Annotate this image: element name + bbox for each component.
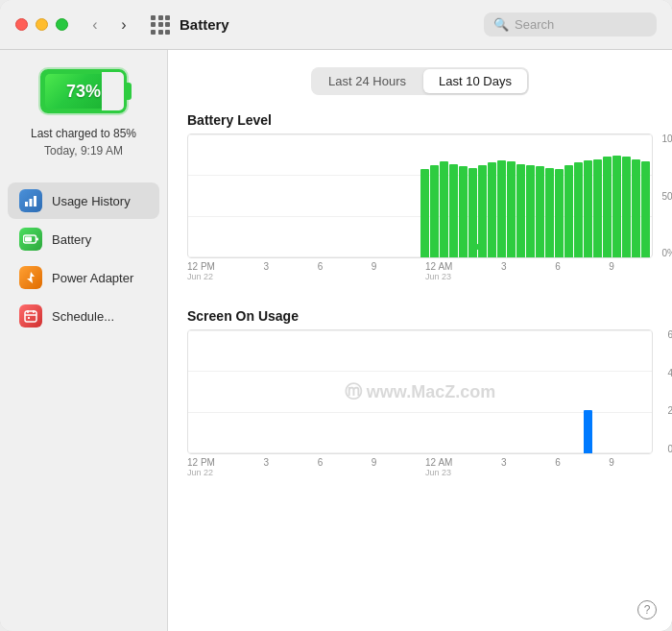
x2-label-3b: 3 — [501, 457, 507, 477]
charged-date: Today, 9:19 AM — [31, 142, 136, 159]
help-button[interactable]: ? — [637, 600, 657, 619]
x2-label-9a: 9 — [372, 457, 377, 477]
battery-bar — [555, 169, 564, 257]
x-sub-jun22: Jun 22 — [187, 272, 213, 281]
search-input[interactable] — [515, 17, 639, 32]
sidebar-item-schedule[interactable]: Schedule... — [8, 298, 159, 334]
main-window: ‹ › Battery 🔍 73% — [0, 0, 672, 631]
screen-x-labels: 12 PM Jun 22 3 6 9 12 AM Jun 23 3 6 9 — [187, 457, 653, 477]
main-content: 73% Last charged to 85% Today, 9:19 AM — [0, 50, 672, 631]
screen-on-section: Screen On Usage ⓜ www.MacZ.com — [187, 308, 653, 477]
sidebar-item-battery[interactable]: Battery — [8, 221, 159, 257]
zoom-button[interactable] — [56, 18, 68, 31]
tab-last-10-days[interactable]: Last 10 Days — [423, 69, 527, 93]
tab-last-24-hours[interactable]: Last 24 Hours — [313, 69, 421, 93]
close-button[interactable] — [15, 18, 28, 31]
x2-label-12pm: 12 PM — [187, 457, 215, 468]
battery-bar — [430, 165, 439, 257]
y-label-40m: 40m — [668, 368, 672, 378]
battery-bar — [488, 162, 496, 257]
x-label-6a: 6 — [318, 261, 324, 281]
sidebar-item-usage-history[interactable]: Usage History — [8, 182, 159, 219]
traffic-lights — [15, 18, 68, 31]
battery-level-chart-wrapper: 100% 50% 0% — [187, 133, 653, 258]
x2-label-12am: 12 AM — [425, 457, 452, 468]
nav-buttons: ‹ › — [84, 13, 135, 36]
x2-label-6b: 6 — [555, 457, 561, 477]
forward-button[interactable]: › — [112, 13, 135, 36]
x-sub-jun23: Jun 23 — [425, 272, 451, 281]
screen-on-title: Screen On Usage — [187, 308, 653, 324]
x2-label-3a: 3 — [264, 457, 270, 477]
battery-icon: 73% — [40, 69, 127, 113]
minimize-button[interactable] — [36, 18, 48, 31]
power-adapter-label: Power Adapter — [52, 271, 133, 285]
power-adapter-icon — [19, 266, 42, 289]
battery-bar — [574, 162, 583, 257]
sidebar: 73% Last charged to 85% Today, 9:19 AM — [0, 50, 168, 631]
battery-percentage: 73% — [66, 82, 101, 102]
svg-rect-7 — [25, 311, 36, 322]
search-icon: 🔍 — [493, 17, 509, 32]
x2-label-6a: 6 — [318, 457, 324, 477]
battery-bar — [603, 157, 612, 257]
usage-history-label: Usage History — [52, 194, 131, 208]
schedule-icon — [19, 304, 42, 328]
x-label-9a: 9 — [372, 261, 377, 281]
battery-y-labels: 100% 50% 0% — [661, 133, 672, 258]
sidebar-item-power-adapter[interactable]: Power Adapter — [8, 259, 159, 296]
screen-bar — [584, 410, 592, 453]
battery-bar — [526, 165, 535, 257]
x-label-12am: 12 AM — [425, 261, 452, 272]
battery-indicator: 73% Last charged to 85% Today, 9:19 AM — [31, 69, 136, 159]
back-button[interactable]: ‹ — [84, 13, 107, 36]
battery-bar — [612, 156, 621, 257]
tab-group: Last 24 Hours Last 10 Days — [311, 67, 529, 95]
battery-nav-icon — [19, 228, 42, 251]
svg-rect-4 — [25, 237, 32, 242]
x2-label-9b: 9 — [609, 457, 614, 477]
screen-on-chart-wrapper: ⓜ www.MacZ.com 60m 40m 20m 0m — [187, 329, 653, 454]
search-box[interactable]: 🔍 — [484, 12, 657, 36]
y-label-50: 50% — [661, 191, 672, 202]
battery-bar — [536, 166, 544, 257]
x-label-3b: 3 — [501, 261, 507, 281]
x-label-9b: 9 — [609, 261, 614, 281]
apps-grid-icon[interactable] — [151, 15, 170, 35]
battery-bar — [564, 165, 573, 257]
svg-rect-1 — [30, 199, 33, 206]
battery-bar — [459, 166, 468, 257]
battery-bar — [420, 169, 429, 257]
svg-rect-11 — [28, 317, 30, 319]
svg-rect-2 — [34, 196, 36, 206]
y-label-20m: 20m — [668, 405, 672, 416]
battery-bar — [545, 168, 554, 257]
x2-sub-jun22: Jun 22 — [187, 468, 213, 477]
right-panel: Last 24 Hours Last 10 Days Battery Level — [168, 50, 672, 631]
battery-bar — [622, 157, 631, 257]
battery-bar — [440, 161, 448, 257]
svg-rect-5 — [36, 238, 38, 241]
battery-level-title: Battery Level — [187, 112, 653, 128]
battery-bar — [632, 159, 640, 257]
battery-bar — [497, 160, 506, 257]
usage-history-icon — [19, 189, 42, 212]
screen-on-chart: ⓜ www.MacZ.com — [187, 329, 653, 454]
battery-bar — [516, 164, 525, 257]
x-label-6b: 6 — [555, 261, 561, 281]
x-label-12pm: 12 PM — [187, 261, 215, 272]
x-label-3a: 3 — [264, 261, 270, 281]
battery-bar — [584, 160, 592, 257]
battery-body: 73% — [40, 69, 127, 113]
battery-x-labels: 12 PM Jun 22 3 6 9 12 AM Jun 23 3 6 9 — [187, 261, 653, 281]
battery-bar — [641, 161, 650, 257]
titlebar: ‹ › Battery 🔍 — [0, 0, 672, 50]
battery-level-chart — [187, 133, 653, 258]
sidebar-nav: Usage History Battery — [0, 182, 167, 336]
svg-marker-6 — [27, 272, 35, 283]
y-label-0m: 0m — [668, 444, 672, 454]
titlebar-title: Battery — [180, 16, 229, 33]
battery-nav-label: Battery — [52, 232, 91, 247]
battery-bars — [188, 134, 652, 257]
charged-to-text: Last charged to 85% — [31, 125, 136, 142]
